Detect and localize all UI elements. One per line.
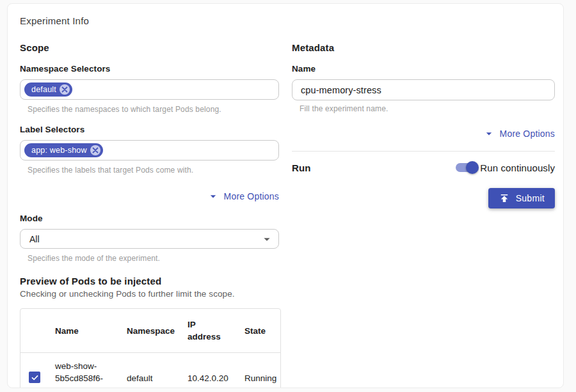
mode-helper: Specifies the mode of the experiment.	[28, 254, 279, 263]
experiment-info-card: Experiment Info Scope Namespace Selector…	[7, 3, 564, 388]
toggle-thumb	[466, 161, 479, 174]
scope-section: Scope Namespace Selectors default Specif…	[20, 42, 279, 388]
experiment-name-helper: Fill the experiment name.	[300, 104, 555, 113]
column-header-ip-address: IP address	[177, 309, 234, 353]
namespace-selectors-helper: Specifies the namespaces to which target…	[28, 105, 279, 114]
label-chip[interactable]: app: web-show	[24, 143, 103, 157]
form-columns: Scope Namespace Selectors default Specif…	[20, 42, 555, 388]
pod-ip-cell: 10.42.0.20	[177, 353, 234, 389]
label-chip-label: app: web-show	[31, 146, 87, 155]
label-selectors-helper: Specifies the labels that target Pods co…	[28, 166, 279, 175]
pod-checkbox-cell	[20, 353, 45, 389]
pod-checkbox[interactable]	[29, 372, 40, 383]
namespace-selectors-input[interactable]: default	[20, 79, 279, 100]
namespace-chip-label: default	[31, 85, 56, 94]
pod-name-cell: web-show-5b5cd858f6-95h6n	[45, 353, 116, 389]
chevron-down-icon	[207, 190, 220, 203]
label-selectors-label: Label Selectors	[20, 125, 279, 134]
mode-label: Mode	[20, 214, 279, 223]
run-toggle-label: Run continuously	[480, 162, 555, 173]
pods-table: Name Namespace IP address State	[20, 308, 281, 388]
table-row: web-show-5b5cd858f6-95h6n default 10.42.…	[20, 353, 280, 389]
chevron-down-icon	[483, 127, 495, 140]
submit-row: Submit	[292, 188, 555, 208]
experiment-name-input[interactable]	[292, 79, 555, 100]
scope-more-options-label: More Options	[224, 191, 279, 201]
metadata-more-options-row: More Options	[292, 127, 555, 140]
column-header-namespace: Namespace	[116, 309, 177, 353]
preview-heading: Preview of Pods to be injected	[20, 276, 279, 286]
header-checkbox-cell	[20, 309, 45, 353]
run-row: Run Run continuously	[292, 161, 555, 174]
chip-delete-icon[interactable]	[90, 145, 100, 155]
pod-namespace-cell: default	[116, 353, 177, 389]
metadata-divider	[292, 151, 555, 152]
experiment-name-label: Name	[292, 64, 555, 74]
label-selectors-input[interactable]: app: web-show	[20, 140, 279, 161]
pods-table-header-row: Name Namespace IP address State	[20, 309, 280, 353]
mode-select-value: All	[29, 234, 40, 244]
scope-more-options-row: More Options	[20, 190, 279, 203]
metadata-more-options-label: More Options	[500, 129, 555, 139]
metadata-more-options-button[interactable]: More Options	[483, 127, 555, 140]
run-toggle-group: Run continuously	[456, 161, 555, 174]
run-continuously-toggle[interactable]	[456, 161, 477, 174]
preview-caption: Checking or unchecking Pods to further l…	[20, 289, 279, 299]
namespace-selectors-label: Namespace Selectors	[20, 64, 279, 74]
namespace-chip[interactable]: default	[24, 82, 72, 97]
submit-button-label: Submit	[516, 193, 545, 203]
pod-state-cell: Running	[234, 353, 280, 389]
chip-delete-icon[interactable]	[60, 84, 70, 95]
publish-icon	[499, 192, 510, 204]
scope-heading: Scope	[20, 42, 279, 53]
submit-button[interactable]: Submit	[488, 188, 555, 208]
column-header-name: Name	[45, 309, 116, 353]
metadata-section: Metadata Name Fill the experiment name. …	[292, 42, 555, 388]
column-header-state: State	[234, 309, 280, 353]
scope-more-options-button[interactable]: More Options	[207, 190, 279, 203]
page-title: Experiment Info	[20, 15, 555, 26]
run-label: Run	[292, 162, 310, 173]
metadata-heading: Metadata	[292, 42, 555, 53]
mode-select[interactable]: All	[20, 229, 279, 249]
chevron-down-icon	[260, 232, 274, 246]
